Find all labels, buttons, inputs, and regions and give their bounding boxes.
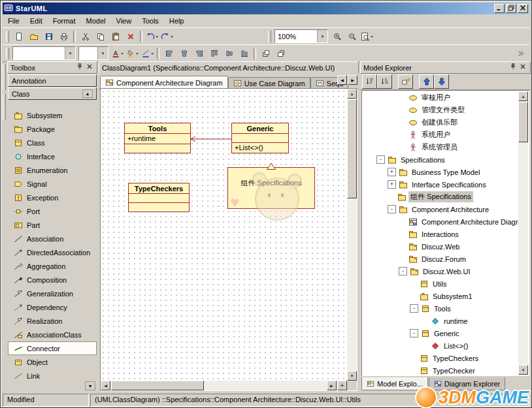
toolbox-item-object[interactable]: Object [8, 355, 97, 369]
menu-item-format[interactable]: Format [48, 16, 81, 26]
toolbox-item-class[interactable]: Class [8, 136, 97, 149]
tree-item-interface-specifications[interactable]: +Interface Specifications [363, 178, 518, 191]
menu-item-model[interactable]: Model [81, 16, 111, 26]
redo-button-dropdown-icon[interactable]: ▾ [171, 34, 173, 39]
toolbox-item-dependency[interactable]: Dependency [8, 300, 97, 314]
undo-button[interactable]: ▾ [144, 29, 159, 44]
copy-button[interactable] [93, 29, 108, 44]
tree-expander-plus[interactable]: + [388, 168, 396, 176]
fill-color-button-dropdown-icon[interactable]: ▾ [136, 51, 138, 55]
sort-by-type-button[interactable] [377, 74, 392, 89]
bring-to-front-button[interactable] [258, 46, 273, 61]
redo-button[interactable]: ▾ [159, 29, 175, 44]
toolbox-item-signal[interactable]: Signal [8, 177, 97, 191]
align-right-button[interactable] [191, 46, 207, 61]
tree-item-typecheckers[interactable]: TypeCheckers [363, 352, 518, 364]
line-color-button[interactable]: ▾ [140, 46, 155, 61]
font-face-combo[interactable]: ▼ [12, 46, 76, 60]
toolbox-item-subsystem[interactable]: Subsystem [8, 108, 97, 122]
zoom-fit-button[interactable]: ▾ [359, 29, 374, 44]
align-top-button[interactable] [207, 46, 222, 61]
tree-item-generic[interactable]: -Generic [363, 327, 518, 339]
cut-button[interactable] [78, 29, 93, 44]
tree-expander-minus[interactable]: - [410, 304, 418, 313]
scroll-up-button[interactable]: ▲ [518, 91, 528, 101]
align-bottom-button[interactable] [237, 46, 252, 61]
toolbox-item-connector[interactable]: Connector [8, 341, 97, 355]
scroll-down-button[interactable]: ▼ [347, 371, 357, 381]
undo-button-dropdown-icon[interactable]: ▾ [156, 34, 158, 39]
dock-grip[interactable] [3, 94, 6, 120]
tree-expander-minus[interactable]: - [410, 329, 418, 337]
tab-scroll-right-button[interactable]: ▶ [348, 75, 357, 85]
toolbar-grip[interactable] [268, 31, 271, 42]
toolbox-item-part[interactable]: Part [8, 218, 97, 232]
open-button[interactable] [26, 29, 41, 44]
align-left-button[interactable] [161, 46, 176, 61]
tree-item-item[interactable]: 审核用户 [363, 91, 518, 104]
scrollbar-thumb[interactable] [347, 99, 357, 198]
scroll-up-button[interactable]: ▲ [347, 89, 357, 99]
toolbox-scroll-down-button[interactable]: ▼ [85, 381, 95, 390]
tree-expander-minus[interactable]: - [376, 155, 385, 164]
diagram-tab-use-case-diagram[interactable]: Use Case Diagram [228, 77, 310, 89]
toolbox-scroll-up-button[interactable]: ▲ [82, 89, 93, 98]
font-size-combo[interactable]: ▼ [78, 46, 108, 60]
toolbox-item-link[interactable]: Link [8, 369, 97, 379]
tree-item-discuz-web-ui[interactable]: -Discuz.Web.UI [363, 265, 518, 277]
dock-grip[interactable] [3, 64, 6, 90]
toolbox-item-directedassociation[interactable]: DirectedAssociation [8, 245, 97, 259]
toolbox-group-class[interactable]: Class▲ [8, 87, 97, 100]
align-center-button[interactable] [176, 46, 191, 61]
tree-item-item[interactable]: 管理文件类型 [363, 104, 518, 116]
zoom-level-combo[interactable]: 100%▼ [274, 29, 328, 43]
tree-expander-plus[interactable]: + [388, 180, 396, 189]
sort-alphabetic-button[interactable] [362, 74, 377, 89]
menu-item-edit[interactable]: Edit [25, 16, 48, 26]
toolbox-item-composition[interactable]: Composition [8, 273, 97, 287]
scrollbar-thumb[interactable] [518, 102, 528, 142]
toolbox-item-generalization[interactable]: Generalization [8, 287, 97, 300]
tree-item-typechecker[interactable]: TypeChecker [363, 364, 518, 375]
tree-item-component-architecture[interactable]: -Component Architecture [363, 203, 518, 215]
tree-item-component-architecture-diagram[interactable]: Component Architecture Diagram [363, 215, 518, 228]
scroll-left-button[interactable]: ◀ [101, 381, 110, 390]
toolbox-item-realization[interactable]: Realization [8, 314, 97, 328]
font-color-button-dropdown-icon[interactable]: ▾ [121, 51, 123, 55]
minimize-button[interactable] [494, 4, 505, 13]
menu-item-file[interactable]: File [3, 16, 25, 26]
tree-item-subsystem1[interactable]: Subsystem1 [363, 290, 518, 302]
fill-color-button[interactable]: ▾ [125, 46, 140, 61]
model-explorer-pin-button[interactable] [508, 63, 518, 72]
tree-item-utils[interactable]: Utils [363, 277, 518, 290]
zoom-out-button[interactable] [344, 29, 359, 44]
move-down-button[interactable] [434, 74, 449, 89]
tree-item-item[interactable]: 系统用户 [363, 129, 518, 141]
tree-expander-minus[interactable]: - [388, 205, 396, 213]
print-button[interactable] [56, 29, 71, 44]
toolbox-item-enumeration[interactable]: Enumeration [8, 163, 97, 177]
toolbox-pin-button[interactable] [75, 63, 84, 72]
tree-vertical-scrollbar[interactable]: ▲ ▼ [518, 91, 528, 375]
canvas-vertical-scrollbar[interactable]: ▲ ▼ [347, 89, 357, 381]
new-button[interactable] [11, 29, 26, 44]
delete-button[interactable] [123, 29, 138, 44]
tree-item-discuz-forum[interactable]: Discuz.Forum [363, 253, 518, 265]
close-button[interactable] [518, 4, 528, 13]
move-up-button[interactable] [419, 74, 434, 89]
diagram-tab-component-architecture-diagram[interactable]: Component Architecture Diagram [100, 76, 228, 89]
tree-item-interactions[interactable]: Interactions [363, 228, 518, 240]
toolbox-item-exception[interactable]: Exception [8, 191, 97, 204]
tree-item-business-type-model[interactable]: +Business Type Model [363, 166, 518, 178]
class-node-typecheckers[interactable]: TypeCheckers [128, 183, 190, 212]
toolbar-grip[interactable] [6, 31, 9, 42]
paste-button[interactable] [108, 29, 123, 44]
tree-item-item[interactable]: 创建俱乐部 [363, 116, 518, 129]
zoom-fit-button-dropdown-icon[interactable]: ▾ [371, 34, 373, 39]
canvas-horizontal-scrollbar[interactable]: ◀ ▶ + [101, 381, 347, 390]
toolbox-item-aggregation[interactable]: Aggregation [8, 259, 97, 273]
tree-item-tools[interactable]: -Tools [363, 302, 518, 315]
edit-element-button[interactable] [398, 74, 413, 89]
menu-item-help[interactable]: Help [164, 16, 190, 26]
tree-item-specifications[interactable]: -Specifications [363, 153, 518, 166]
